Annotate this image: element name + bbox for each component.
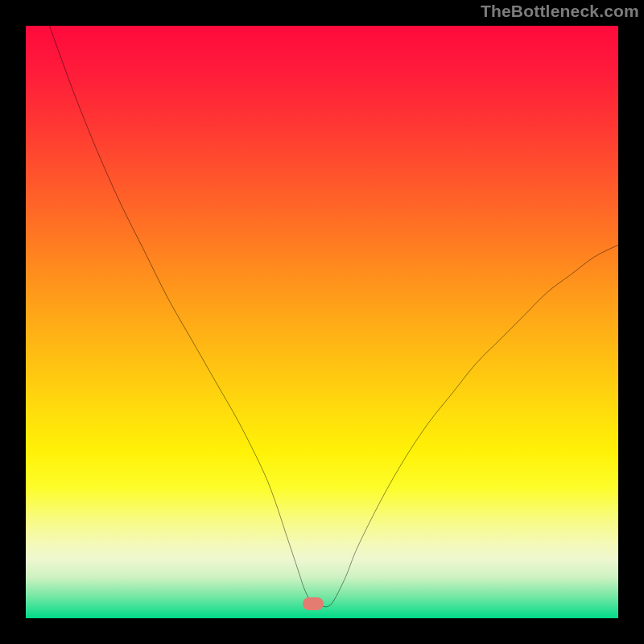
bottleneck-curve: [49, 26, 618, 607]
curve-layer: [26, 26, 618, 618]
chart-plot-area: [26, 26, 618, 618]
source-attribution: TheBottleneck.com: [481, 2, 639, 21]
optimal-marker: [303, 597, 324, 610]
chart-stage: TheBottleneck.com: [0, 0, 644, 644]
